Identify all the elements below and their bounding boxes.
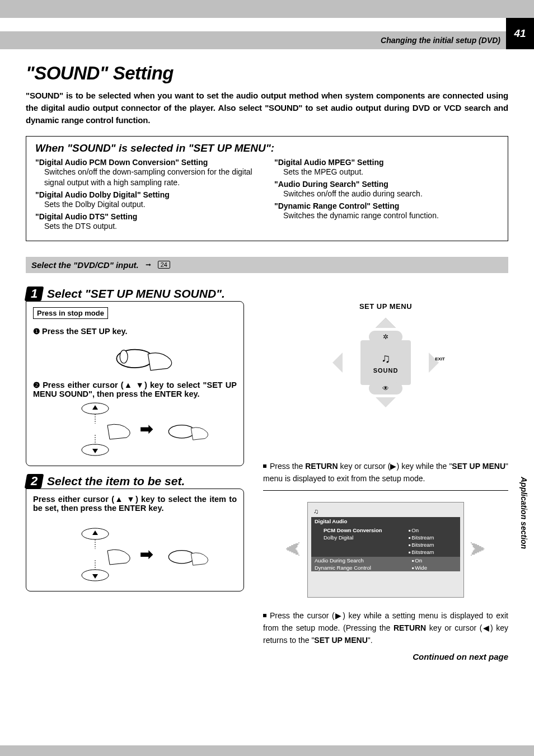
dpad-diagram: ✲ ♫ SOUND 👁 EXIT [330,315,442,410]
panel-row-value: On [409,527,453,533]
section-header-band: Changing the initial setup (DVD) [0,31,506,49]
setting-desc: Sets the Dolby Digital output. [44,199,260,210]
dpad-left-icon [332,353,343,373]
setting-item: "Digital Audio MPEG" SettingSets the MPE… [274,158,499,177]
setting-title: "Digital Audio PCM Down Conversion" Sett… [35,158,260,167]
panel-row: Bitstream [315,541,457,548]
dpad-down-icon [376,397,396,407]
step-2-header: 2 Select the item to be set. [26,474,244,489]
setting-title: "Audio During Search" Setting [274,180,499,189]
setting-item: "Digital Audio DTS" SettingSets the DTS … [35,212,260,232]
panel-row-label [318,542,409,548]
continued-footer: Continued on next page [263,652,508,661]
svg-marker-3 [92,405,98,410]
panel-row-value: Bitstream [409,549,453,555]
sound-settings-panel: ♫ Digital Audio PCM Down ConversionOnDol… [307,502,464,598]
input-select-bar: Select the "DVD/CD" input. ➞ 24 [26,257,508,273]
svg-marker-12 [92,574,98,579]
press-in-stop-box: Press in stop mode [33,307,108,319]
dpad-center: ♫ SOUND [360,340,411,385]
eye-tab-icon: 👁 [369,382,402,395]
setting-item: "Audio During Search" SettingSwitches on… [274,180,499,199]
panel-row: PCM Down ConversionOn [315,527,457,534]
note-cursor-exit: Press the cursor (▶) key while a setting… [263,610,508,646]
substep-1: ❶Press the SET UP key. [33,327,237,336]
svg-point-1 [120,350,128,363]
panel-row: Bitstream [315,548,457,556]
panel-row-label [318,549,409,555]
bullet-icon [263,614,266,617]
exit-label: EXIT [435,356,445,361]
overview-heading: When "SOUND" is selected in "SET UP MENU… [35,142,499,154]
page-number: 41 [514,27,526,40]
dynamic-range-row: Dynamic Range Control Wide [311,564,460,571]
arrow-right-icon: ➡ [140,420,153,438]
dpad-up-icon [376,318,396,328]
setting-title: "Digital Audio MPEG" Setting [274,158,499,167]
music-note-icon: ♫ [381,351,391,366]
manual-page: 41 Changing the initial setup (DVD) "SOU… [0,18,534,745]
step-2-title: Select the item to be set. [47,475,185,488]
page-content: "SOUND" Setting "SOUND" is to be selecte… [26,63,508,661]
substep-2: ❷Press either cursor (▲ ▼) key to select… [33,381,237,398]
panel-row-label: Dolby Digital [318,534,409,541]
center-label: SOUND [373,367,399,374]
side-section-label: Application section [519,477,528,549]
step-1-number: 1 [25,287,44,301]
setup-menu-title: SET UP MENU [324,302,447,311]
section-header-title: Changing the initial setup (DVD) [381,36,500,45]
setting-desc: Switches on/off the down-sampling conver… [44,167,260,188]
audio-search-row: Audio During Search On [311,557,460,564]
left-column: 1 Select "SET UP MENU SOUND". Press in s… [26,280,244,661]
bullet-icon [263,464,266,468]
setting-desc: Sets the MPEG output. [283,167,499,177]
step-2-number: 2 [25,474,44,489]
setting-desc: Switches the dynamic range control funct… [283,210,499,221]
right-column: SET UP MENU ✲ ♫ SOUND 👁 EXIT [263,280,508,661]
step-1-header: 1 Select "SET UP MENU SOUND". [26,287,244,301]
setup-menu-diagram: SET UP MENU ✲ ♫ SOUND 👁 EXIT [324,302,447,410]
setting-desc: Sets the DTS output. [44,221,260,232]
note-return-exit: Press the RETURN key or cursor (▶) key w… [263,461,508,485]
setting-title: "Digital Audio Dolby Digital" Setting [35,190,260,199]
page-number-tab: 41 [506,18,534,49]
group-header: Digital Audio [311,517,460,525]
svg-marker-5 [92,449,98,453]
graybar-text: Select the "DVD/CD" input. [31,260,139,270]
svg-point-15 [168,550,195,563]
hand-cursor-illustration-2: ➡ [33,524,237,585]
nav-left-arrow-icon: ⮜ [285,541,302,560]
hand-cursor-illustration-1: ➡ [33,398,237,460]
page-ref-box: 24 [158,261,170,269]
svg-marker-10 [92,530,98,535]
settings-col-right: "Digital Audio MPEG" SettingSets the MPE… [274,158,499,234]
panel-row-value: Bitstream [409,534,453,541]
sound-menu-screenshot: ⮜ ♫ Digital Audio PCM Down ConversionOnD… [263,502,508,598]
setting-item: "Dynamic Range Control" SettingSwitches … [274,201,499,221]
main-title: "SOUND" Setting [26,63,508,84]
music-header-icon: ♫ [311,506,460,517]
panel-row: Dolby DigitalBitstream [315,534,457,541]
setting-title: "Digital Audio DTS" Setting [35,212,260,221]
panel-row-label: PCM Down Conversion [318,527,409,533]
digital-audio-rows: PCM Down ConversionOnDolby DigitalBitstr… [311,525,460,557]
arrow-right-icon: ➡ [140,545,153,564]
section-divider [263,490,508,491]
hand-press-illustration-1 [33,336,237,375]
step-1-panel: Press in stop mode ❶Press the SET UP key… [26,301,244,466]
dpad-right-icon [429,353,439,373]
intro-paragraph: "SOUND" is to be selected when you want … [26,90,508,126]
step-1-title: Select "SET UP MENU SOUND". [47,287,225,300]
panel-row-value: Bitstream [409,542,453,548]
setting-item: "Digital Audio PCM Down Conversion" Sett… [35,158,260,188]
step-2-panel: Press either cursor (▲ ▼) key to select … [26,489,244,591]
setting-desc: Switches on/off the audio during search. [283,189,499,199]
setting-item: "Digital Audio Dolby Digital" SettingSet… [35,190,260,210]
setting-title: "Dynamic Range Control" Setting [274,201,499,210]
settings-overview-box: When "SOUND" is selected in "SET UP MENU… [26,136,508,241]
nav-right-arrow-icon: ⮞ [470,541,486,560]
svg-point-8 [168,425,195,438]
settings-col-left: "Digital Audio PCM Down Conversion" Sett… [35,158,260,234]
ref-arrow-icon: ➞ [146,261,151,269]
step-2-body: Press either cursor (▲ ▼) key to select … [33,495,237,513]
